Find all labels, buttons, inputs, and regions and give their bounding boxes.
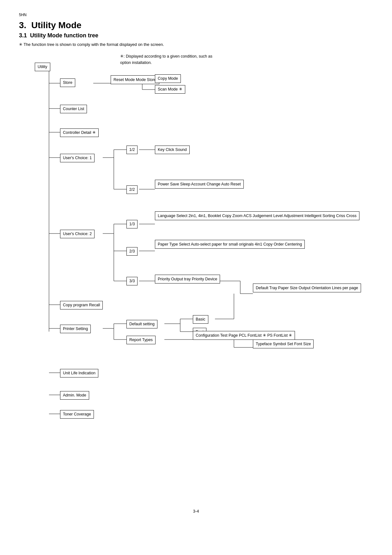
store-box: Store <box>60 78 75 87</box>
configuration-box: Configuration Test Page PCL FontList ✳ P… <box>193 331 295 340</box>
page-2-2-box: 2/2 <box>126 185 138 194</box>
section-title: 3.1 Utility Mode function tree <box>19 32 373 39</box>
power-save-box: Power Save Sleep Account Change Auto Res… <box>155 180 244 189</box>
paper-type-box: Paper Type Select Auto-select paper for … <box>155 240 305 249</box>
page-1-2-box: 1/2 <box>126 146 138 154</box>
asterisk-note: ✳: Displayed according to a given condit… <box>120 53 212 66</box>
toner-coverage-box: Toner Coverage <box>60 410 94 419</box>
chapter-title: 3. Utility Mode <box>19 20 373 30</box>
default-tray-box: Default Tray Paper Size Output Orientati… <box>253 284 361 292</box>
controller-detail-box: Controller Detail ✳ <box>60 128 99 137</box>
page-number: 3-4 <box>19 509 373 514</box>
printer-setting-box: Printer Setting <box>60 325 91 333</box>
lang-select-box: Language Select 2in1, 4in1, Booklet Copy… <box>155 211 359 220</box>
typeface-box: Typeface Symbol Set Font Size <box>253 340 314 348</box>
priority-output-box: Priority Output tray Priority Device <box>155 275 220 284</box>
utility-box: Utility <box>35 63 50 71</box>
tree-container: ✳: Displayed according to a given condit… <box>19 53 367 496</box>
counter-list-box: Counter List <box>60 105 87 113</box>
users-choice-2-box: User's Choice: 2 <box>60 230 95 238</box>
page-1-3-box: 1/3 <box>126 220 138 228</box>
unit-life-box: Unit Life Indication <box>60 369 98 377</box>
reset-mode-box: Reset Mode Mode Store <box>111 75 159 84</box>
key-click-sound-box: Key Click Sound <box>155 146 190 154</box>
note-text: ✳ The function tree is shown to comply w… <box>19 42 373 47</box>
page-3-3-box: 3/3 <box>126 277 138 285</box>
default-setting-box: Default setting <box>126 320 157 328</box>
report-types-box: Report Types <box>126 336 156 344</box>
admin-mode-box: Admin. Mode <box>60 391 89 400</box>
copy-mode-box: Copy Mode <box>155 74 181 83</box>
page-code: 5HN <box>19 13 373 17</box>
scan-mode-box: Scan Mode ✳ <box>155 85 185 94</box>
basic-box: Basic <box>193 315 208 324</box>
users-choice-1-box: User's Choice: 1 <box>60 154 95 162</box>
page-2-3-box: 2/3 <box>126 247 138 256</box>
copy-program-recall-box: Copy program Recall <box>60 301 103 309</box>
